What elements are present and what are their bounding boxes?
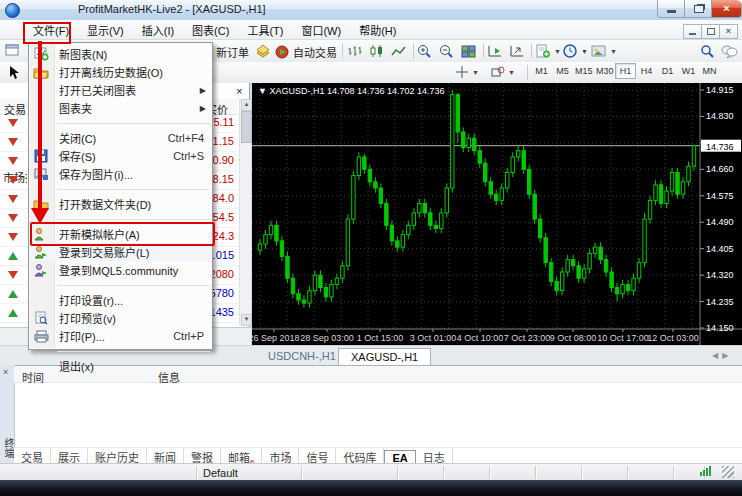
mdi-minimize-button[interactable]: [683, 24, 702, 39]
scroll-down-icon[interactable]: ▼: [241, 314, 252, 326]
terminal-title-strip: [0, 365, 15, 479]
status-cell: [0, 466, 197, 479]
file-menu-item[interactable]: 打开已关闭图表▶: [29, 81, 212, 99]
file-menu-item[interactable]: 打印设置(r)...: [29, 291, 212, 309]
market-watch-scrollbar[interactable]: ▲ ▼: [239, 99, 251, 325]
timeframe-d1[interactable]: D1: [657, 63, 678, 79]
file-menu-item[interactable]: 登录到MQL5.community: [29, 261, 212, 279]
trend-down-icon: [8, 195, 18, 203]
menu-item-label: 图表夹: [59, 100, 92, 116]
crosshair-icon: [455, 65, 469, 79]
mdi-close-button[interactable]: ×: [719, 24, 738, 39]
mdi-restore-button[interactable]: [701, 24, 720, 39]
ask-price: 2080: [210, 268, 234, 280]
mql5-account-icon: [33, 263, 49, 277]
demo-account-icon: [33, 227, 49, 241]
menu-item-label: 打印(P)...: [59, 328, 105, 344]
chart-autoscroll-icon[interactable]: [506, 42, 528, 60]
close-button[interactable]: ×: [711, 0, 742, 18]
file-menu-item[interactable]: 新图表(N): [29, 45, 212, 63]
menubar-item-3[interactable]: 图表(C): [183, 20, 238, 40]
file-menu-item[interactable]: 关闭(C)Ctrl+F4: [29, 129, 212, 147]
svg-text:14.320: 14.320: [706, 270, 734, 280]
menubar-item-2[interactable]: 插入(I): [133, 20, 183, 40]
line-chart-icon[interactable]: [388, 42, 410, 60]
window-title: ProfitMarketHK-Live2 - [XAGUSD-,H1]: [78, 3, 266, 15]
timeframe-m30[interactable]: M30: [594, 63, 615, 79]
menubar-item-5[interactable]: 窗口(W): [292, 20, 350, 40]
exposure-icon[interactable]: [252, 42, 274, 60]
scrollbar-thumb[interactable]: [241, 111, 252, 143]
trend-down-icon: [8, 138, 18, 146]
file-menu-item[interactable]: 保存(S)Ctrl+S: [29, 147, 212, 165]
scroll-up-icon[interactable]: ▲: [241, 99, 252, 111]
caret-down-icon: ▼: [472, 69, 479, 76]
file-menu-item[interactable]: 打印预览(v): [29, 309, 212, 327]
restore-button[interactable]: [684, 0, 713, 18]
file-menu-item[interactable]: 保存为图片(i)...: [29, 165, 212, 183]
menu-shortcut: Ctrl+F4: [168, 132, 204, 144]
window-bottom-frame: [0, 480, 742, 496]
menubar-item-6[interactable]: 帮助(H): [350, 20, 405, 40]
file-menu-item[interactable]: 登录到交易账户(L): [29, 243, 212, 261]
tile-windows-icon[interactable]: [458, 42, 480, 60]
market-watch-close-icon[interactable]: ×: [236, 85, 242, 97]
candlestick-chart-icon[interactable]: [366, 42, 388, 60]
resize-grip[interactable]: [722, 466, 734, 478]
new-chart-window-icon[interactable]: [2, 41, 23, 59]
chat-icon[interactable]: [718, 42, 741, 60]
trend-down-icon: [8, 271, 18, 279]
svg-text:14.660: 14.660: [706, 164, 734, 174]
bar-chart-icon[interactable]: [344, 42, 366, 60]
file-menu-item[interactable]: 打开离线历史数据(O): [29, 63, 212, 81]
file-menu-item[interactable]: 图表夹▶: [29, 99, 212, 117]
new-order-label: 新订单: [216, 44, 249, 60]
timeframe-m5[interactable]: M5: [552, 63, 573, 79]
file-menu-item[interactable]: 打印(P)...Ctrl+P: [29, 327, 212, 345]
menu-item-label: 新图表(N): [59, 46, 107, 62]
title-bar[interactable]: ProfitMarketHK-Live2 - [XAGUSD-,H1] ×: [0, 0, 742, 21]
menubar-item-file[interactable]: 文件(F): [24, 20, 78, 40]
caret-down-icon: ▼: [610, 48, 617, 55]
status-cell: [490, 466, 536, 479]
autotrading-button[interactable]: 自动交易: [272, 42, 340, 62]
menu-item-label: 打开已关闭图表: [59, 82, 136, 98]
new-chart-icon: [33, 47, 49, 61]
menubar-item-1[interactable]: 显示(V): [78, 20, 133, 40]
file-menu-item[interactable]: 打开数据文件夹(D): [29, 195, 212, 213]
shapes-dropdown[interactable]: ▼: [488, 63, 518, 81]
chart-tab-usdcnh[interactable]: USDCNH-,H1: [256, 348, 348, 365]
timeframe-w1[interactable]: W1: [678, 63, 699, 79]
trend-down-icon: [8, 214, 18, 222]
new-order-button[interactable]: 新订单: [213, 42, 252, 62]
chart-svg: 14.91514.83014.66014.57514.49014.40514.3…: [252, 83, 742, 345]
menubar-item-4[interactable]: 工具(T): [238, 20, 292, 40]
timeframe-mn[interactable]: MN: [699, 63, 720, 79]
cursor-icon[interactable]: [4, 63, 24, 82]
timeframe-m1[interactable]: M1: [531, 63, 552, 79]
periods-dropdown[interactable]: ▼: [560, 42, 591, 60]
svg-text:14.405: 14.405: [706, 244, 734, 254]
zoom-out-icon[interactable]: [436, 42, 458, 60]
timeframe-h4[interactable]: H4: [636, 63, 657, 79]
trend-up-icon: [8, 309, 18, 317]
search-icon[interactable]: [697, 42, 718, 60]
status-profile-cell[interactable]: Default: [197, 466, 302, 479]
open-folder-icon: [33, 65, 49, 79]
templates-dropdown[interactable]: ▼: [588, 42, 620, 60]
menu-separator: [57, 345, 210, 352]
chart-tab-xagusd[interactable]: XAGUSD-,H1: [338, 348, 431, 365]
chart-shift-icon[interactable]: [484, 42, 506, 60]
terminal-close-icon[interactable]: ×: [3, 367, 8, 377]
status-cell: [582, 466, 628, 479]
crosshair-dropdown[interactable]: ▼: [452, 63, 482, 81]
restore-icon: [694, 5, 704, 13]
file-menu-item[interactable]: 退出(x): [29, 357, 212, 375]
chart-tab-scroll-icons[interactable]: ◀▶: [712, 351, 732, 360]
minimize-button[interactable]: [657, 0, 686, 18]
zoom-in-icon[interactable]: [414, 42, 436, 60]
chart-area[interactable]: 14.91514.83014.66014.57514.49014.40514.3…: [252, 83, 742, 345]
timeframe-h1[interactable]: H1: [615, 63, 636, 79]
timeframe-m15[interactable]: M15: [573, 63, 594, 79]
file-menu-item[interactable]: 开新模拟帐户(A): [29, 225, 212, 243]
